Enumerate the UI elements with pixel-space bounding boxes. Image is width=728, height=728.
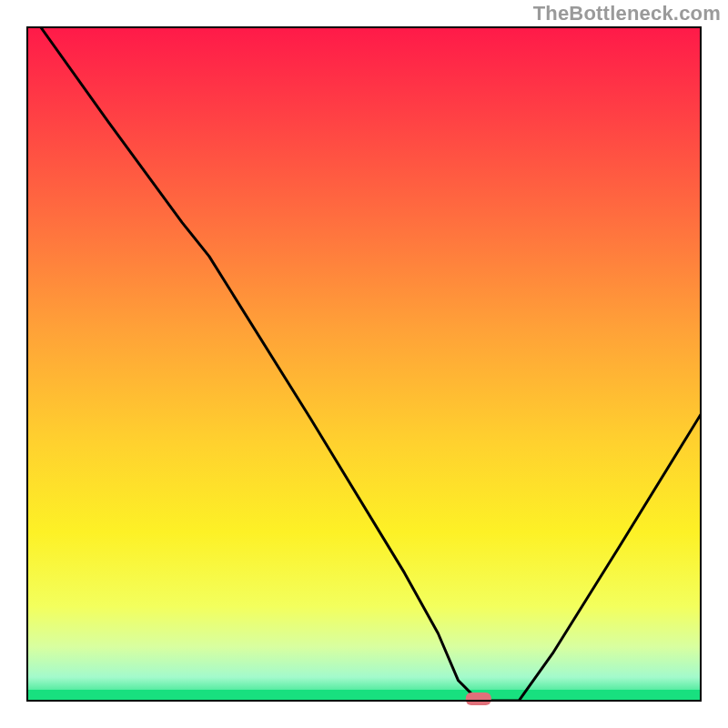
baseline-strip <box>27 690 701 701</box>
bottleneck-chart <box>0 0 728 728</box>
chart-stage: TheBottleneck.com <box>0 0 728 728</box>
optimal-marker <box>466 693 491 705</box>
gradient-background <box>27 27 701 701</box>
watermark-text: TheBottleneck.com <box>533 2 721 25</box>
